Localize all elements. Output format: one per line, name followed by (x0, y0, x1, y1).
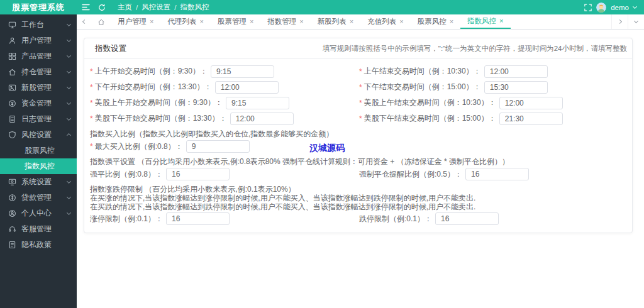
field-label: 最大买入比例（例:0.8）： (95, 141, 183, 152)
form-row: * 美股上午开始交易时间（例：9:30）： * 美股上午结束交易时间（例：10:… (90, 95, 626, 111)
fullscreen-icon[interactable] (584, 4, 592, 11)
us-pm-end-time-input[interactable] (499, 113, 563, 125)
max-buy-ratio-input[interactable] (186, 140, 250, 153)
sidebar-item-new-stocks[interactable]: 新股管理 (0, 80, 77, 96)
breadcrumb-section[interactable]: 风控设置 (142, 3, 170, 12)
tab-close-icon[interactable]: × (299, 18, 303, 25)
breadcrumb-home[interactable]: 主页 (118, 3, 132, 12)
required-asterisk: * (90, 142, 93, 151)
us-am-end-time-input[interactable] (499, 97, 563, 109)
tab-stock-risk[interactable]: 股票风控× (411, 14, 460, 29)
field-label: 上午结束交易时间（例：10:30）： (364, 66, 481, 77)
tabs-menu-button[interactable] (628, 14, 644, 29)
tab-close-icon[interactable]: × (150, 18, 153, 25)
sidebar-item-system-settings[interactable]: 系统设置 (0, 174, 77, 190)
tab-agent-list[interactable]: 代理列表× (160, 14, 210, 29)
tab-close-icon[interactable]: × (399, 18, 403, 25)
tabs-scroll-right-button[interactable] (611, 14, 628, 29)
field-us-am-start: * 美股上午开始交易时间（例：9:30）： (90, 97, 359, 109)
field-lower-limit: 跌停限制（例:0.1）： (359, 212, 626, 225)
pm-start-time-input[interactable] (215, 81, 279, 94)
tab-user-management[interactable]: 用户管理× (111, 14, 160, 29)
tab-close-icon[interactable]: × (499, 18, 503, 25)
menu-fold-icon[interactable] (82, 4, 90, 11)
app-logo: 股票管理系统 (0, 2, 77, 13)
tab-stock-management[interactable]: 股票管理× (211, 14, 260, 29)
user-caret-down-icon[interactable] (633, 4, 637, 8)
lower-limit-input[interactable] (435, 212, 499, 225)
sidebar-item-workbench[interactable]: 工作台 (0, 17, 77, 33)
tab-close-icon[interactable]: × (199, 18, 203, 25)
liquidation-alert-ratio-input[interactable] (465, 168, 529, 180)
sidebar-item-customer-service[interactable]: 客服管理 (0, 221, 77, 237)
chevron-down-icon (67, 195, 71, 199)
upper-limit-input[interactable] (166, 212, 230, 225)
required-asterisk: * (359, 83, 362, 92)
field-pm-end: * 下午结束交易时间（例：15:00）： (359, 81, 626, 94)
tab-index-risk[interactable]: 指数风控× (460, 14, 510, 29)
chevron-down-icon (67, 179, 71, 184)
tab-label: 用户管理 (118, 17, 147, 26)
sidebar-item-label: 工作台 (21, 19, 67, 30)
tabs-scroll-left-button[interactable] (77, 14, 92, 29)
tab-label: 代理列表 (167, 17, 196, 26)
sidebar-item-logs[interactable]: 日志管理 (0, 111, 77, 127)
sidebar-item-positions[interactable]: 持仓管理 (0, 64, 77, 80)
tab-home-icon[interactable] (92, 14, 111, 29)
chevron-down-icon (67, 85, 71, 89)
tab-label: 股票管理 (218, 17, 247, 26)
required-asterisk: * (359, 114, 362, 123)
tab-close-icon[interactable]: × (350, 18, 353, 25)
chevron-down-icon (67, 116, 71, 121)
sidebar-item-label: 新股管理 (21, 82, 67, 93)
username[interactable]: demo (611, 4, 629, 11)
sidebar-item-label: 资金管理 (21, 98, 67, 109)
am-start-time-input[interactable] (211, 65, 274, 78)
tab-index-management[interactable]: 指数管理× (260, 14, 310, 29)
tab-close-icon[interactable]: × (450, 18, 453, 25)
tab-new-stock-list[interactable]: 新股列表× (311, 14, 360, 29)
avatar[interactable] (596, 3, 606, 13)
breadcrumb: 主页 / 风控设置 / 指数风控 (118, 3, 209, 12)
am-end-time-input[interactable] (484, 65, 548, 78)
sidebar-subitem-label: 股票风控 (25, 145, 55, 156)
sidebar-item-users[interactable]: 用户管理 (0, 33, 77, 48)
sidebar-item-label: 产品管理 (21, 51, 67, 62)
price-limit-section-heading: 指数涨跌停限制 （百分比均采用小数来表示,例:0.1表示10%） (90, 185, 626, 194)
top-header: 股票管理系统 主页 / 风控设置 / 指数风控 (0, 0, 644, 14)
price-limit-desc-1: 在买涨的情况下,当该指数涨幅达到涨停限制的时候,用户不能买入、当该指数涨幅达到跌… (90, 194, 626, 203)
tab-label: 指数风控 (467, 16, 496, 26)
sidebar-item-privacy-policy[interactable]: 隐私政策 (0, 237, 77, 253)
sidebar-item-label: 隐私政策 (21, 239, 70, 250)
tab-recharge-list[interactable]: 充值列表× (360, 14, 410, 29)
sidebar-item-label: 贷款管理 (21, 192, 67, 203)
chevron-down-icon (67, 22, 71, 26)
app-window: 股票管理系统 主页 / 风控设置 / 指数风控 (0, 0, 644, 308)
form-row: * 最大买入比例（例:0.8）： (90, 139, 626, 154)
card-body: * 上午开始交易时间（例：9:30）： * 上午结束交易时间（例：10:30）：… (84, 59, 632, 233)
sidebar-item-funds[interactable]: 资金管理 (0, 96, 77, 111)
field-label: 美股下午开始交易时间（例：13:30）： (95, 113, 227, 124)
sidebar-subitem-index-risk[interactable]: 指数风控 (0, 158, 77, 174)
required-asterisk: * (359, 99, 362, 107)
sidebar-item-risk-settings[interactable]: 风控设置 (0, 127, 77, 143)
sidebar-item-products[interactable]: 产品管理 (0, 48, 77, 64)
liquidation-ratio-input[interactable] (166, 168, 230, 180)
chevron-down-icon (67, 69, 71, 74)
sidebar-subitem-stock-risk[interactable]: 股票风控 (0, 143, 77, 158)
refresh-icon[interactable] (98, 4, 106, 11)
sidebar-item-profile[interactable]: 个人中心 (0, 206, 77, 221)
form-row: * 上午开始交易时间（例：9:30）： * 上午结束交易时间（例：10:30）： (90, 63, 626, 79)
price-limit-desc-2: 在买跌的情况下,当该指数涨幅达到跌停限制的时候,用户不能买入、当该指数涨幅达到涨… (90, 203, 626, 212)
us-pm-start-time-input[interactable] (230, 113, 294, 125)
required-asterisk: * (90, 114, 93, 123)
us-am-start-time-input[interactable] (226, 97, 289, 109)
tab-close-icon[interactable]: × (250, 18, 253, 25)
tab-label: 股票风控 (418, 17, 447, 26)
sidebar-item-loans[interactable]: 贷款管理 (0, 190, 77, 206)
field-label: 下午结束交易时间（例：15:00）： (364, 82, 481, 92)
sidebar-item-label: 系统设置 (21, 177, 67, 187)
field-label: 美股上午结束交易时间（例：10:30）： (364, 97, 496, 108)
pm-end-time-input[interactable] (484, 81, 548, 94)
grid-icon (8, 52, 16, 60)
